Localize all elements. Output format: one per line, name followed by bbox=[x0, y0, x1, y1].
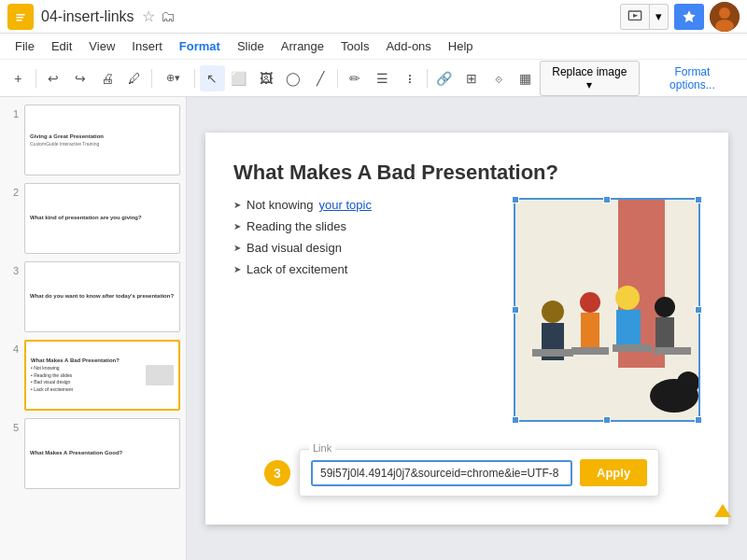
handle-top-right[interactable] bbox=[695, 196, 702, 203]
toolbar-sep4 bbox=[337, 69, 338, 88]
apply-button[interactable]: Apply bbox=[580, 459, 647, 486]
toolbar-link[interactable]: 🔗 bbox=[431, 65, 457, 91]
svg-rect-21 bbox=[613, 344, 652, 352]
slide-num-5: 5 bbox=[6, 418, 19, 433]
main: 1 Giving a Great Presentation CustomGuid… bbox=[0, 97, 747, 560]
folder-icon[interactable]: 🗂 bbox=[161, 8, 176, 25]
slide4-title: What Makes A Bad Presentation? bbox=[31, 357, 174, 363]
image-container[interactable] bbox=[514, 198, 700, 422]
title-right: ▾ bbox=[620, 2, 740, 32]
toolbar-mask[interactable]: ▦ bbox=[513, 65, 538, 91]
handle-bottom-right[interactable] bbox=[695, 416, 702, 424]
slide1-sub: CustomGuide Interactive Training bbox=[30, 141, 175, 147]
svg-marker-5 bbox=[633, 13, 638, 17]
toolbar-columns[interactable]: ⫶ bbox=[397, 65, 422, 91]
slide-preview-1[interactable]: Giving a Great Presentation CustomGuide … bbox=[24, 105, 180, 175]
svg-rect-2 bbox=[17, 17, 24, 19]
toolbar-sep1 bbox=[35, 69, 36, 88]
handle-bottom-left[interactable] bbox=[512, 416, 519, 424]
slide-thumb-5[interactable]: 5 What Makes A Presentation Good? bbox=[6, 418, 180, 489]
bullet-1-link[interactable]: your topic bbox=[319, 198, 372, 212]
toolbar-crop[interactable]: ⟐ bbox=[486, 65, 511, 91]
menu-addons[interactable]: Add-ons bbox=[378, 35, 438, 57]
toolbar: + ↩ ↪ 🖨 🖊 ⊕▾ ↖ ⬜ 🖼 ◯ ╱ ✏ ☰ ⫶ 🔗 ⊞ ⟐ ▦ Rep… bbox=[0, 60, 747, 97]
present-dropdown[interactable]: ▾ bbox=[650, 4, 669, 30]
present-button[interactable] bbox=[620, 4, 650, 30]
slide-preview-5[interactable]: What Makes A Presentation Good? bbox=[24, 418, 180, 489]
menu-help[interactable]: Help bbox=[441, 35, 481, 57]
slide-thumb-3[interactable]: 3 What do you want to know after today's… bbox=[6, 261, 180, 332]
svg-rect-19 bbox=[532, 349, 573, 357]
svg-rect-3 bbox=[17, 20, 22, 21]
toolbar-sep3 bbox=[194, 69, 195, 88]
replace-image-button[interactable]: Replace image ▾ bbox=[540, 61, 640, 96]
slide-num-4: 4 bbox=[6, 340, 19, 355]
menu-arrange[interactable]: Arrange bbox=[274, 35, 331, 57]
toolbar-shapes[interactable]: ◯ bbox=[280, 65, 305, 91]
app-icon bbox=[7, 4, 34, 30]
toolbar-zoom[interactable]: ⊕▾ bbox=[157, 65, 190, 91]
toolbar-sep5 bbox=[427, 69, 428, 88]
slide-thumb-2[interactable]: 2 What kind of presentation are you givi… bbox=[6, 183, 180, 254]
handle-mid-right[interactable] bbox=[695, 306, 702, 314]
link-popup: 3 Link Apply bbox=[299, 449, 659, 497]
menu-file[interactable]: File bbox=[7, 35, 42, 57]
slide1-title: Giving a Great Presentation bbox=[30, 133, 175, 139]
menu-tools[interactable]: Tools bbox=[333, 35, 376, 57]
canvas-area[interactable]: What Makes A Bad Presentation? Not knowi… bbox=[187, 97, 747, 560]
bullet-list: Not knowing your topic Reading the slide… bbox=[233, 198, 499, 422]
right-toolbar: Replace image ▾ Format options... bbox=[540, 61, 741, 96]
toolbar-image[interactable]: 🖼 bbox=[253, 65, 278, 91]
handle-bottom-center[interactable] bbox=[603, 416, 611, 424]
slide-thumb-1[interactable]: 1 Giving a Great Presentation CustomGuid… bbox=[6, 105, 180, 175]
toolbar-select[interactable]: ↖ bbox=[200, 65, 225, 91]
slide-num-1: 1 bbox=[6, 105, 19, 119]
star-icon[interactable]: ☆ bbox=[142, 7, 155, 25]
format-options-button[interactable]: Format options... bbox=[643, 62, 741, 95]
toolbar-pen[interactable]: ✏ bbox=[343, 65, 368, 91]
bullet-2: Reading the slides bbox=[233, 219, 499, 233]
svg-point-7 bbox=[719, 7, 730, 19]
slide-preview-2[interactable]: What kind of presentation are you giving… bbox=[24, 183, 180, 254]
svg-point-15 bbox=[615, 286, 640, 310]
bullet-1: Not knowing your topic bbox=[233, 198, 499, 212]
menu-view[interactable]: View bbox=[81, 35, 122, 57]
toolbar-redo[interactable]: ↪ bbox=[68, 65, 93, 91]
toolbar-print[interactable]: 🖨 bbox=[95, 65, 120, 91]
addon-button[interactable] bbox=[674, 4, 704, 30]
toolbar-sep2 bbox=[151, 69, 152, 88]
link-input[interactable] bbox=[311, 460, 572, 486]
presentation-photo bbox=[515, 200, 698, 420]
svg-rect-20 bbox=[571, 347, 609, 355]
slide-num-2: 2 bbox=[6, 183, 19, 198]
toolbar-undo[interactable]: ↩ bbox=[41, 65, 66, 91]
handle-top-center[interactable] bbox=[603, 196, 611, 203]
slide-body: Not knowing your topic Reading the slide… bbox=[233, 198, 700, 422]
toolbar-add[interactable]: + bbox=[6, 65, 31, 91]
menu-format[interactable]: Format bbox=[172, 35, 228, 57]
handle-mid-left[interactable] bbox=[512, 306, 519, 314]
slide-thumb-4[interactable]: 4 What Makes A Bad Presentation? • Not k… bbox=[6, 340, 180, 411]
slide-num-3: 3 bbox=[6, 261, 19, 276]
menu-slide[interactable]: Slide bbox=[230, 35, 272, 57]
slide-preview-4[interactable]: What Makes A Bad Presentation? • Not kno… bbox=[24, 340, 180, 411]
slide2-title: What kind of presentation are you giving… bbox=[30, 215, 175, 220]
toolbar-link2[interactable]: ⊞ bbox=[458, 65, 484, 91]
menu-edit[interactable]: Edit bbox=[44, 35, 79, 57]
user-avatar[interactable] bbox=[710, 2, 740, 32]
toolbar-paintformat[interactable]: 🖊 bbox=[121, 65, 147, 91]
svg-point-17 bbox=[655, 297, 675, 317]
slide-preview-3[interactable]: What do you want to know after today's p… bbox=[24, 261, 180, 332]
toolbar-list[interactable]: ☰ bbox=[370, 65, 395, 91]
slide3-title: What do you want to know after today's p… bbox=[30, 293, 175, 299]
doc-title[interactable]: 04-insert-links bbox=[41, 8, 134, 25]
slide5-title: What Makes A Presentation Good? bbox=[30, 450, 175, 455]
toolbar-textbox[interactable]: ⬜ bbox=[227, 65, 252, 91]
bullet-4: Lack of excitement bbox=[233, 262, 499, 276]
menu-bar: File Edit View Insert Format Slide Arran… bbox=[0, 34, 747, 60]
menu-insert[interactable]: Insert bbox=[124, 35, 170, 57]
handle-top-left[interactable] bbox=[512, 196, 519, 203]
svg-point-24 bbox=[677, 371, 698, 394]
slide-panel: 1 Giving a Great Presentation CustomGuid… bbox=[0, 97, 187, 560]
toolbar-line[interactable]: ╱ bbox=[307, 65, 332, 91]
